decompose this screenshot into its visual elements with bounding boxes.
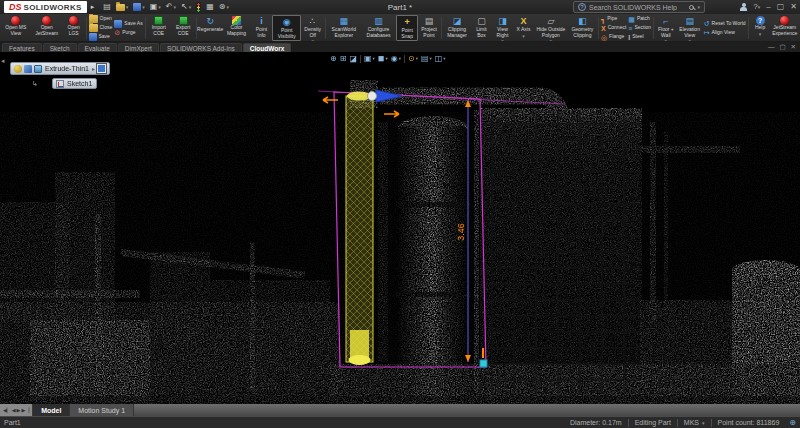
dimension-value[interactable]: 3.46 <box>456 223 466 241</box>
help-dropdown-icon[interactable]: ▾ <box>759 31 762 37</box>
view-settings-button[interactable]: ◫▾ <box>435 53 446 64</box>
options-button[interactable]: ⊛▾ <box>218 1 230 13</box>
new-document-button[interactable]: ▤ <box>102 1 112 13</box>
sketch-name[interactable]: Sketch1 <box>66 80 93 87</box>
scene-dropdown-icon[interactable]: ▾ <box>429 53 431 64</box>
login-icon[interactable] <box>740 3 747 11</box>
floor-wall-button[interactable]: ⌐Floor + Wall▾ <box>655 15 677 41</box>
tab-cloudworx[interactable]: CloudWorx <box>243 43 292 52</box>
options-dropdown-icon[interactable]: ▾ <box>227 4 230 10</box>
section-view-button[interactable]: ◪ <box>349 53 357 64</box>
doc-close-icon[interactable]: ✕ <box>791 42 796 52</box>
hide-items-dropdown-icon[interactable]: ▾ <box>399 53 401 64</box>
restore-icon[interactable]: ▢ <box>777 0 785 14</box>
open-ms-view-button[interactable]: Open MS View <box>1 15 31 41</box>
last-tab-icon[interactable]: ▶▕ <box>21 407 29 413</box>
point-visibility-button[interactable]: ◉Point Visibility <box>272 15 302 41</box>
toolbar-expander-icon[interactable]: ▸ <box>91 3 95 11</box>
open-lgs-button[interactable]: Open LGS <box>63 15 85 41</box>
help-button[interactable]: ?Help▾ <box>750 15 771 41</box>
doc-restore-icon[interactable]: ▢ <box>779 42 785 52</box>
featuremanager-collapse-icon[interactable]: ◂ <box>1 57 5 65</box>
close-button[interactable]: Close <box>89 24 113 32</box>
appearance-swatch[interactable] <box>97 64 106 73</box>
breadcrumb-sketch[interactable]: Sketch1 <box>52 78 97 89</box>
geometry-clipping-button[interactable]: ◧Geometry Clipping <box>568 15 597 41</box>
web-status-icon[interactable]: ⊕ <box>789 418 796 427</box>
hide-items-button[interactable]: ◉▾ <box>391 53 401 64</box>
save-button[interactable]: Save <box>89 33 113 41</box>
view-right-button[interactable]: ◨View Right▾ <box>492 15 513 41</box>
configure-databases-button[interactable]: ▥Configure Databases <box>361 15 397 41</box>
rebuild-button[interactable] <box>195 1 202 13</box>
help-icon[interactable]: ?▾ <box>753 0 760 14</box>
reset-to-world-button[interactable]: ↺Reset To World <box>704 20 746 28</box>
open-dropdown-icon[interactable]: ▾ <box>126 4 129 10</box>
sketch-corner-handle[interactable] <box>480 360 487 367</box>
minimize-icon[interactable]: – <box>766 0 770 14</box>
open-button[interactable]: ▾ <box>115 1 130 13</box>
view-settings-dropdown-icon[interactable]: ▾ <box>443 53 445 64</box>
import-coe-button[interactable]: Import COE <box>147 15 171 41</box>
search-box[interactable]: ? Search SOLIDWORKS Help ▾ <box>573 1 705 13</box>
undo-dropdown-icon[interactable]: ▾ <box>174 4 177 10</box>
print-dropdown-icon[interactable]: ▾ <box>158 4 161 10</box>
tab-evaluate[interactable]: Evaluate <box>78 43 117 52</box>
prev-tab-icon[interactable]: ◀ <box>12 407 16 413</box>
first-tab-icon[interactable]: ◀▏ <box>3 407 11 413</box>
density-off-button[interactable]: ∴Density Off▾ <box>301 15 323 41</box>
doc-minimize-icon[interactable]: — <box>768 42 775 52</box>
save-dropdown-icon[interactable]: ▾ <box>142 4 145 10</box>
point-snap-button[interactable]: +Point Snap <box>396 15 418 41</box>
close-icon[interactable]: ✕ <box>790 0 797 14</box>
open-jetstream-button[interactable]: Open JetStream <box>31 15 63 41</box>
select-dropdown-icon[interactable]: ▾ <box>189 4 192 10</box>
appearances-button[interactable]: ⊙▾ <box>408 53 418 64</box>
tab-model[interactable]: Model <box>33 404 70 416</box>
file-properties-button[interactable]: ▦ <box>205 1 215 13</box>
search-dropdown-icon[interactable]: ▾ <box>697 4 700 10</box>
zoom-fit-button[interactable]: ⊕ <box>330 53 337 64</box>
tab-features[interactable]: Features <box>2 43 42 52</box>
breadcrumb[interactable]: Extrude-Thin1 ▸ <box>10 62 110 75</box>
undo-button[interactable]: ↶▾ <box>165 1 177 13</box>
tab-sketch[interactable]: Sketch <box>43 43 77 52</box>
limit-box-button[interactable]: ▢Limit Box <box>471 15 492 41</box>
x-axis-dropdown-icon[interactable]: ▾ <box>522 33 525 39</box>
scanworld-explorer-button[interactable]: ▦ScanWorld Explorer <box>327 15 361 41</box>
search-icon[interactable] <box>689 5 694 10</box>
elevation-view-button[interactable]: ▤Elevation View▾ <box>677 15 703 41</box>
next-tab-icon[interactable]: ▶ <box>17 407 21 413</box>
view-orientation-button[interactable]: ▣▾ <box>364 53 375 64</box>
section-button[interactable]: ≡Section <box>628 24 651 32</box>
tab-dimxpert[interactable]: DimXpert <box>118 43 159 52</box>
extrude-preview[interactable] <box>346 92 373 366</box>
display-style-dropdown-icon[interactable]: ▾ <box>385 53 387 64</box>
feature-name[interactable]: Extrude-Thin1 <box>44 65 90 72</box>
sketch-point-handle[interactable] <box>368 92 377 101</box>
jetstream-experience-button[interactable]: JetStream Experience <box>771 15 799 41</box>
save-button[interactable]: ▾ <box>132 1 146 13</box>
tab-solidworks-add-ins[interactable]: SOLIDWORKS Add-Ins <box>160 43 242 52</box>
appearances-dropdown-icon[interactable]: ▾ <box>416 53 418 64</box>
scene-button[interactable]: ▤▾ <box>421 53 432 64</box>
regenerate-button[interactable]: ↻Regenerate <box>198 15 222 41</box>
project-point-button[interactable]: ▤Project Point <box>418 15 440 41</box>
tab-motion-study-1[interactable]: Motion Study 1 <box>70 404 134 416</box>
flange-button[interactable]: ◎Flange <box>601 33 626 41</box>
graphics-viewport[interactable]: 3.46 ⊕⊞◪▣▾◼▾◉▾⊙▾▤▾◫▾ ◂ Extrude-Thin1 ▸ <box>0 52 800 404</box>
view-orientation-dropdown-icon[interactable]: ▾ <box>373 53 375 64</box>
point-info-button[interactable]: iPoint Info <box>251 15 272 41</box>
print-button[interactable]: ▣▾ <box>149 1 162 13</box>
clipping-manager-button[interactable]: ◪Clipping Manager <box>443 15 471 41</box>
units-selector[interactable]: MKS▾ <box>678 419 711 426</box>
color-mapping-button[interactable]: Color Mapping <box>222 15 251 41</box>
select-button[interactable]: ↖▾ <box>180 1 192 13</box>
hide-outside-polygon-button[interactable]: ▱Hide Outside Polygon▾ <box>534 15 568 41</box>
x-axis-button[interactable]: XX Axis▾ <box>513 15 534 41</box>
align-view-button[interactable]: ↦Align View <box>704 29 746 37</box>
steel-button[interactable]: ISteel <box>628 33 651 41</box>
export-coe-button[interactable]: Export COE <box>171 15 195 41</box>
display-style-button[interactable]: ◼▾ <box>378 53 388 64</box>
purge-button[interactable]: ⊘Purge <box>114 29 142 37</box>
